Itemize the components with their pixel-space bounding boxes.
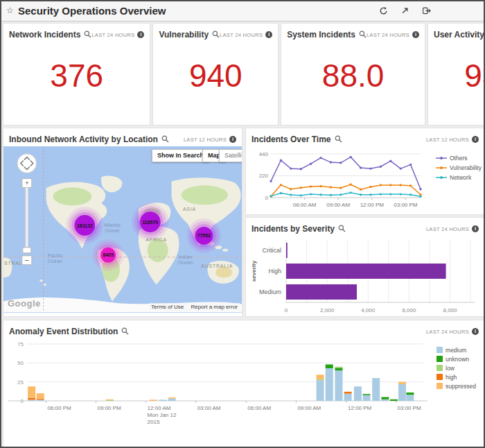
magnifier-icon[interactable] (121, 325, 129, 338)
anomaly-bar-09-30-am[interactable] (317, 374, 324, 401)
anomaly-bar-12-30-am[interactable] (168, 397, 176, 401)
anomaly-bar-04-30-pm[interactable] (28, 386, 35, 401)
satellite-mode-button[interactable]: Satellite (219, 149, 242, 162)
anomaly-bar-11-00-am[interactable] (344, 392, 352, 401)
info-icon[interactable]: i (472, 136, 479, 143)
panel-title: Incidents Over Time (252, 135, 331, 144)
time-range-label: LAST 24 HOURS (426, 329, 469, 335)
expand-icon[interactable] (400, 6, 409, 15)
favorite-star-icon[interactable]: ☆ (6, 6, 14, 15)
incidents-by-severity-panel: Incidents by Severity LAST 24 HOURS i 02… (245, 217, 485, 317)
anomaly-bar-08-45-pm[interactable] (106, 399, 114, 401)
svg-text:06:00 AM: 06:00 AM (293, 202, 317, 208)
svg-text:8405: 8405 (103, 252, 114, 257)
severity-bar-high[interactable] (286, 264, 446, 279)
legend-item-low[interactable]: low (436, 363, 476, 372)
panel-title: User Activity (434, 30, 484, 40)
svg-text:4,000: 4,000 (361, 307, 376, 313)
kpi-system-incidents: System Incidents LAST 24 HOURS i 88.0 (281, 23, 425, 126)
severity-bar-medium[interactable] (286, 284, 357, 300)
svg-text:220: 220 (259, 173, 269, 179)
magnifier-icon[interactable] (161, 133, 169, 146)
world-map[interactable]: ASIAAFRICAAUSTRALIASTRALIAAtlanticOceanP… (3, 146, 242, 313)
svg-text:2015: 2015 (148, 419, 160, 425)
anomaly-bar-10-30-am[interactable] (335, 367, 342, 401)
anomaly-bar-11-30-pm[interactable] (150, 399, 157, 401)
anomaly-bar-12-30-pm[interactable] (362, 394, 370, 401)
svg-text:116570: 116570 (142, 220, 158, 225)
anomaly-bar-03-00-pm[interactable] (406, 393, 414, 401)
svg-text:03:00 AM: 03:00 AM (197, 405, 221, 411)
anomaly-bar-01-30-pm[interactable] (381, 397, 389, 401)
map-label: ASIA (183, 207, 196, 212)
anomaly-bar-10-00-am[interactable] (326, 365, 333, 401)
legend-item-suppressed[interactable]: suppressed (436, 381, 476, 390)
svg-text:0: 0 (285, 307, 288, 313)
incidents-over-time-chart: 440220006:00 AM09:00 AM12:00 PM03:00 PM (250, 146, 425, 214)
svg-text:181122: 181122 (77, 223, 93, 228)
magnifier-icon[interactable] (84, 28, 91, 41)
svg-text:6,000: 6,000 (402, 307, 416, 313)
map-label: Pacific (48, 253, 63, 258)
refresh-icon[interactable] (379, 6, 388, 15)
chart-legend: OthersVulnerabilityNetwork (436, 153, 482, 182)
panel-title: Vulnerability (159, 30, 209, 40)
legend-item-network[interactable]: Network (436, 173, 482, 182)
anomaly-bar-11-30-am[interactable] (354, 386, 362, 401)
info-icon[interactable]: i (472, 328, 479, 335)
map-panel: Inbound Network Activity by Location LAS… (3, 128, 242, 317)
info-icon[interactable]: i (137, 31, 144, 38)
info-icon[interactable]: i (412, 31, 419, 38)
svg-text:25: 25 (17, 379, 24, 386)
chart-legend: mediumunknownlowhighsuppressed (436, 345, 476, 390)
page-title: Security Operations Overview (18, 5, 166, 17)
svg-text:severity: severity (251, 260, 257, 282)
show-in-search-button[interactable]: Show In Search (152, 149, 209, 162)
incidents-by-severity-chart: 02,0004,0006,0008,000CriticalHighMediums… (249, 236, 483, 319)
anomaly-bar-02-00-pm[interactable] (390, 399, 398, 401)
svg-text:Mon Jan 12: Mon Jan 12 (148, 412, 177, 418)
legend-item-medium[interactable]: medium (436, 345, 476, 354)
kpi-row: Network Incidents LAST 24 HOURS i 376 Vu… (3, 23, 485, 126)
svg-text:09:00 AM: 09:00 AM (297, 405, 321, 411)
magnifier-icon[interactable] (359, 28, 367, 41)
magnifier-icon[interactable] (335, 133, 342, 146)
svg-text:75: 75 (17, 341, 24, 347)
svg-text:12:00 PM: 12:00 PM (360, 202, 385, 208)
anomaly-distribution-chart: 755025006:00 PM09:00 PM12:00 AMMon Jan 1… (8, 337, 427, 430)
severity-bar-critical[interactable] (286, 243, 288, 258)
svg-text:03:00 PM: 03:00 PM (394, 202, 418, 208)
svg-text:06:00 AM: 06:00 AM (247, 405, 271, 411)
magnifier-icon[interactable] (338, 223, 346, 235)
panel-title: Network Incidents (9, 30, 80, 40)
info-icon[interactable]: i (265, 31, 272, 38)
severity-category: Medium (259, 288, 281, 295)
legend-item-vulnerability[interactable]: Vulnerability (436, 163, 482, 173)
legend-item-high[interactable]: high (436, 372, 476, 381)
svg-text:440: 440 (259, 151, 269, 157)
anomaly-bar-12-00-am[interactable] (159, 399, 166, 401)
google-logo[interactable]: Google (8, 298, 41, 309)
anomaly-bar-02-30-pm[interactable] (398, 382, 406, 401)
map-marker-8405[interactable]: 8405 (92, 239, 124, 271)
map-marker-116570[interactable]: 116570 (132, 203, 169, 241)
export-icon[interactable] (422, 6, 431, 15)
time-range-label: LAST 12 HOURS (184, 137, 227, 143)
legend-item-unknown[interactable]: unknown (436, 354, 476, 363)
map-marker-181122[interactable]: 181122 (66, 207, 103, 244)
map-canvas: ASIAAFRICAAUSTRALIASTRALIAAtlanticOceanP… (3, 146, 242, 313)
kpi-value: 940 (153, 57, 278, 94)
info-icon[interactable]: i (229, 136, 236, 143)
map-label: Ocean (48, 259, 62, 264)
anomaly-bar-01-00-pm[interactable] (372, 378, 380, 401)
info-icon[interactable]: i (472, 225, 479, 232)
kpi-vulnerability: Vulnerability LAST 24 HOURS i 940 (152, 23, 279, 126)
time-range-label: LAST 24 HOURS (220, 32, 263, 38)
map-marker-77552[interactable]: 77552 (186, 218, 221, 253)
legend-item-others[interactable]: Others (436, 153, 482, 163)
terms-of-use-link[interactable]: Terms of Use (151, 304, 184, 310)
map-pan-control[interactable] (17, 154, 37, 173)
report-map-error-link[interactable]: Report a map error (191, 304, 238, 310)
anomaly-bar-05-00-pm[interactable] (37, 393, 44, 401)
magnifier-icon[interactable] (212, 28, 220, 41)
